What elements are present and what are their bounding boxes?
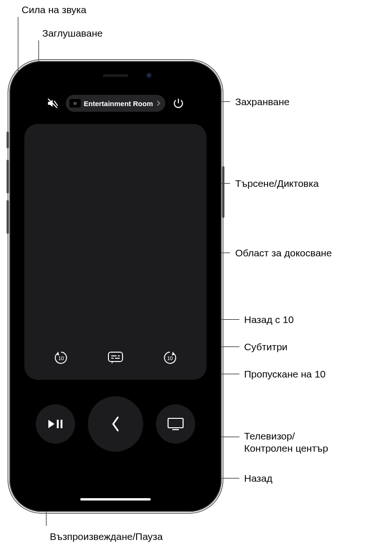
callout-subtitles: Субтитри [244, 341, 287, 353]
touch-row: 10 1 [24, 346, 207, 370]
remote-top-bar: tv Entertainment Room [16, 94, 215, 113]
mute-button[interactable] [43, 94, 62, 113]
callout-volume: Сила на звука [22, 4, 86, 15]
side-volume-up [7, 160, 9, 193]
tv-control-center-button[interactable] [156, 404, 195, 444]
callout-play-pause: Възпроизвеждане/Пауза [50, 531, 163, 542]
callout-tv-line2: Контролен център [244, 442, 328, 454]
play-pause-icon [47, 418, 63, 430]
back-button[interactable] [88, 396, 143, 452]
screen: tv Entertainment Room [16, 68, 215, 505]
side-silent-switch [7, 131, 9, 148]
apple-tv-badge-icon: tv [69, 99, 81, 108]
power-icon [172, 97, 184, 109]
power-button[interactable] [169, 94, 188, 113]
earpiece [103, 74, 128, 77]
tv-icon [167, 417, 184, 431]
svg-rect-11 [61, 420, 62, 428]
callout-tv-line1: Телевизор/ [244, 430, 295, 442]
svg-marker-9 [48, 420, 54, 428]
notch [69, 68, 162, 84]
chevron-right-icon [156, 100, 161, 107]
callout-power: Захранване [235, 96, 290, 108]
callout-mute: Заглушаване [42, 27, 103, 39]
svg-text:10: 10 [167, 355, 173, 361]
mute-icon [46, 97, 59, 109]
bottom-controls [16, 396, 215, 452]
svg-rect-3 [108, 352, 123, 362]
iphone-frame: tv Entertainment Room [9, 61, 222, 512]
device-selector[interactable]: tv Entertainment Room [66, 95, 165, 112]
svg-rect-12 [168, 418, 183, 428]
skip-back-10-icon: 10 [53, 349, 69, 366]
home-indicator[interactable] [80, 498, 151, 501]
callout-back: Назад [244, 472, 272, 484]
callout-skip-back-10: Назад с 10 [244, 314, 294, 325]
skip-back-10-button[interactable]: 10 [49, 346, 73, 370]
touch-surface[interactable]: 10 1 [24, 124, 207, 380]
captions-icon [107, 351, 124, 365]
side-power-button [222, 166, 224, 218]
skip-forward-10-icon: 10 [161, 349, 178, 366]
callout-skip-fwd-10: Пропускане на 10 [244, 368, 326, 380]
svg-text:10: 10 [58, 355, 64, 361]
front-camera [146, 73, 152, 78]
play-pause-button[interactable] [36, 404, 75, 444]
captions-button[interactable] [104, 346, 127, 370]
callout-search-dictation: Търсене/Диктовка [235, 177, 319, 189]
device-name: Entertainment Room [84, 100, 153, 108]
callout-touch-area: Област за докосване [235, 247, 332, 259]
side-volume-down [7, 200, 9, 234]
skip-forward-10-button[interactable]: 10 [158, 346, 182, 370]
svg-rect-10 [57, 420, 59, 428]
chevron-left-icon [109, 415, 122, 433]
